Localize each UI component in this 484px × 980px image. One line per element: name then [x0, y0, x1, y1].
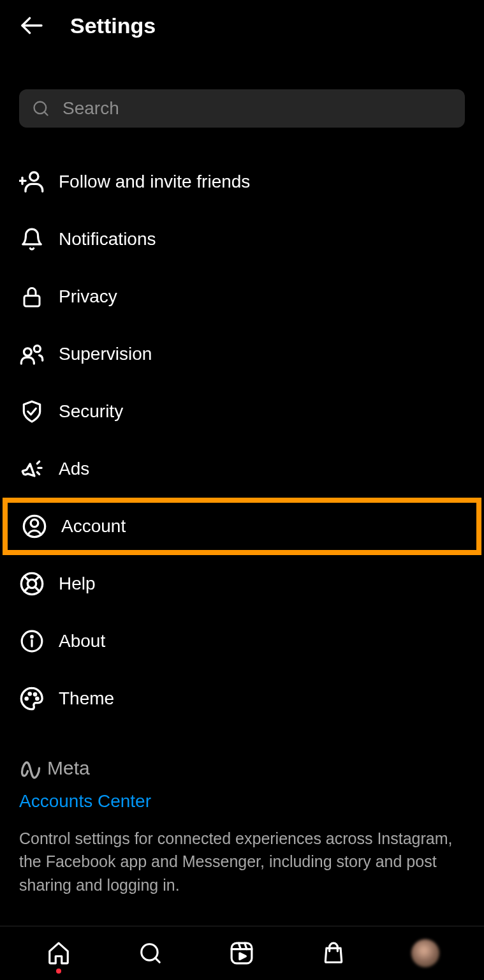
menu-item-ads[interactable]: Ads [0, 440, 484, 498]
meta-brand-text: Meta [47, 757, 90, 779]
nav-reels[interactable] [228, 939, 256, 967]
menu-item-privacy[interactable]: Privacy [0, 268, 484, 325]
nav-shop[interactable] [319, 939, 348, 967]
svg-marker-33 [240, 953, 246, 960]
svg-line-28 [155, 958, 159, 962]
page-title: Settings [70, 13, 156, 38]
menu-item-label: Security [59, 401, 123, 422]
svg-line-18 [35, 576, 40, 581]
svg-point-23 [26, 697, 27, 699]
meta-brand: Meta [19, 757, 465, 780]
lifebuoy-icon [19, 571, 45, 597]
person-add-icon [19, 169, 45, 195]
reels-icon [230, 941, 254, 965]
nav-search[interactable] [136, 939, 165, 967]
svg-line-11 [37, 472, 39, 474]
back-button[interactable] [19, 13, 45, 38]
menu-item-label: About [59, 631, 105, 651]
shop-icon [321, 941, 346, 965]
menu-item-label: Privacy [59, 286, 117, 307]
meta-section: Meta Accounts Center Control settings fo… [0, 727, 484, 896]
accounts-center-link[interactable]: Accounts Center [19, 791, 465, 812]
svg-line-2 [44, 112, 47, 115]
menu-item-help[interactable]: Help [0, 555, 484, 612]
menu-item-supervision[interactable]: Supervision [0, 325, 484, 383]
search-bar[interactable] [19, 89, 465, 128]
menu-item-label: Theme [59, 688, 114, 709]
menu-item-follow-invite[interactable]: Follow and invite friends [0, 153, 484, 211]
nav-home[interactable] [45, 939, 73, 967]
menu-item-label: Notifications [59, 229, 156, 249]
settings-menu: Follow and invite friends Notifications … [0, 140, 484, 727]
bell-icon [19, 226, 45, 252]
menu-item-theme[interactable]: Theme [0, 670, 484, 727]
menu-item-label: Help [59, 574, 96, 594]
meta-description: Control settings for connected experienc… [19, 827, 465, 896]
nav-profile[interactable] [411, 939, 439, 967]
menu-item-label: Ads [59, 459, 89, 479]
people-icon [19, 341, 45, 367]
svg-point-22 [31, 636, 33, 638]
search-icon [138, 941, 163, 965]
search-icon [32, 100, 50, 117]
palette-icon [19, 686, 45, 711]
svg-point-7 [24, 348, 32, 356]
bottom-nav [0, 926, 484, 980]
svg-point-24 [29, 693, 31, 695]
svg-point-8 [34, 346, 40, 352]
search-input[interactable] [62, 98, 452, 119]
arrow-left-icon [19, 13, 45, 38]
notification-dot [56, 969, 61, 974]
svg-line-9 [37, 461, 39, 463]
menu-item-about[interactable]: About [0, 612, 484, 670]
menu-item-label: Account [61, 516, 126, 537]
info-icon [19, 628, 45, 654]
svg-rect-6 [24, 296, 40, 307]
menu-item-label: Follow and invite friends [59, 172, 250, 192]
menu-item-account[interactable]: Account [3, 498, 481, 555]
shield-check-icon [19, 399, 45, 424]
svg-point-26 [36, 697, 38, 699]
header: Settings [0, 0, 484, 51]
megaphone-icon [19, 456, 45, 482]
menu-item-notifications[interactable]: Notifications [0, 211, 484, 268]
home-icon [47, 941, 71, 965]
svg-line-19 [24, 587, 29, 591]
meta-logo-icon [19, 757, 42, 780]
avatar [411, 939, 439, 967]
user-circle-icon [22, 514, 47, 539]
svg-line-16 [24, 576, 29, 581]
svg-line-17 [35, 587, 40, 591]
menu-item-security[interactable]: Security [0, 383, 484, 440]
svg-point-25 [34, 694, 36, 695]
lock-icon [19, 284, 45, 309]
svg-point-3 [30, 172, 38, 181]
svg-point-13 [31, 519, 38, 527]
menu-item-label: Supervision [59, 344, 152, 364]
